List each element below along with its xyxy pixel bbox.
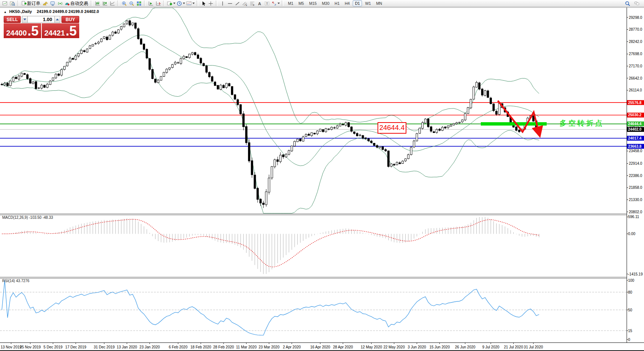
date-tick-label: 23 Mar 2020 <box>259 345 280 349</box>
price-tick-label: 22386.0 <box>629 174 643 178</box>
buy-price-big-digit: .5 <box>66 23 77 38</box>
mt4-window: 新订单自动交易EFATM1M5M15M30H1H4D1W1MN 29298.02… <box>0 0 644 351</box>
volume-increase-button[interactable] <box>54 16 60 23</box>
rsi-tick-label: 50 <box>628 308 633 312</box>
collapse-triangle-icon[interactable]: ▲ <box>4 10 7 14</box>
date-tick-label: 9 Jul 2020 <box>482 345 500 349</box>
price-tick-label: 26114.0 <box>629 88 642 92</box>
date-tick-label: 11 Mar 2020 <box>236 345 257 349</box>
date-tick-label: 5 Dec 2019 <box>44 345 63 349</box>
date-tick-label: 31 Dec 2019 <box>94 345 115 349</box>
date-tick-label: 13 Nov 2019 <box>1 345 22 349</box>
macd-tick-label: 596.11 <box>628 215 639 219</box>
current-price-label: 24402.0 <box>628 127 642 131</box>
sell-price[interactable]: 24400 .5 <box>4 23 41 38</box>
price-tick-label: 21330.0 <box>629 198 643 202</box>
volume-stepper <box>22 16 60 23</box>
sell-price-big-digit: .5 <box>27 23 38 38</box>
date-tick-label: 25 Nov 2019 <box>20 345 41 349</box>
resistance-line-1-price-label: 25576.8 <box>628 101 642 105</box>
macd-tick-label: 0.00 <box>628 232 635 236</box>
date-tick-label: 31 Jul 2020 <box>524 345 543 349</box>
buy-price[interactable]: 24421 .5 <box>42 23 79 38</box>
macd-indicator-label: MACD(12,26,9) -103.50 -48.33 <box>2 215 53 220</box>
price-tick-label: 26642.0 <box>629 76 643 80</box>
note-annotation[interactable]: 多空转折点 <box>560 118 604 128</box>
date-tick-label: 17 Dec 2019 <box>65 345 86 349</box>
price-tick-label: 27170.0 <box>629 64 643 68</box>
pivot-line-price-label: 24644.4 <box>628 122 642 126</box>
date-tick-label: 28 Apr 2020 <box>333 345 353 349</box>
date-tick-label: 18 Feb 2020 <box>191 345 212 349</box>
date-tick-label: 15 Jun 2020 <box>429 345 450 349</box>
price-tick-label: 22914.0 <box>629 161 643 166</box>
date-tick-label: 21 Jul 2020 <box>504 345 523 349</box>
rsi-tick-label: 15 <box>628 329 633 333</box>
chart-canvas[interactable]: 29298.028770.028242.027698.027170.026642… <box>0 0 644 351</box>
ohlc-values: 24199.0 24499.0 24199.0 24402.0 <box>37 9 99 14</box>
sell-price-main: 24400 <box>6 26 27 38</box>
one-click-trading-panel: SELL BUY 24400 .5 24421 .5 <box>4 16 79 38</box>
price-tick-label: 28242.0 <box>629 40 643 44</box>
date-tick-label: 12 May 2020 <box>360 345 382 349</box>
price-callout-box[interactable]: 24644.4 <box>378 122 406 134</box>
down-triangle-icon <box>23 19 26 20</box>
date-tick-label: 6 Feb 2020 <box>169 345 188 349</box>
chart-background <box>0 7 644 351</box>
date-tick-label: 22 May 2020 <box>383 345 405 349</box>
volume-decrease-button[interactable] <box>22 16 28 23</box>
up-triangle-icon <box>56 19 59 20</box>
buy-price-main: 24421 <box>44 26 65 38</box>
price-tick-label: 21858.0 <box>629 185 643 190</box>
buy-button[interactable]: BUY <box>61 16 79 23</box>
rsi-indicator-label: RSI(14) 43.7276 <box>2 279 29 283</box>
date-tick-label: 26 Jun 2020 <box>455 345 475 349</box>
rsi-tick-label: 80 <box>628 290 633 294</box>
resistance-line-2-price-label: 25030.2 <box>628 113 642 117</box>
date-tick-label: 16 Apr 2020 <box>310 345 330 349</box>
price-tick-label: 29298.0 <box>629 16 643 20</box>
macd-tick-label: -1415.19 <box>628 272 643 276</box>
price-tick-label: 23458.0 <box>629 149 643 153</box>
price-tick-label: 27698.0 <box>629 52 643 56</box>
date-tick-label: 13 Jan 2020 <box>117 345 137 349</box>
sell-button[interactable]: SELL <box>4 16 21 23</box>
chart-title: ▲ HK50-,Daily 24199.0 24499.0 24199.0 24… <box>4 9 99 14</box>
price-tick-label: 28770.0 <box>629 27 643 31</box>
date-tick-label: 23 Jan 2020 <box>140 345 160 349</box>
rsi-tick-label: 100 <box>628 278 634 283</box>
price-tick-label: 20802.0 <box>629 210 643 214</box>
date-tick-label: 28 Feb 2020 <box>213 345 234 349</box>
date-tick-label: 3 Jun 2020 <box>408 345 426 349</box>
price-scale[interactable]: 29298.028770.028242.027698.027170.026642… <box>627 7 644 342</box>
symbol-period-label: HK50-,Daily <box>9 9 32 14</box>
support-line-2-price-label: 23663.8 <box>628 144 642 148</box>
support-line-1-price-label: 24017.4 <box>628 136 642 140</box>
rsi-tick-label: 0 <box>628 338 630 342</box>
date-tick-label: 2 Apr 2020 <box>283 345 301 349</box>
volume-input[interactable] <box>28 16 54 23</box>
